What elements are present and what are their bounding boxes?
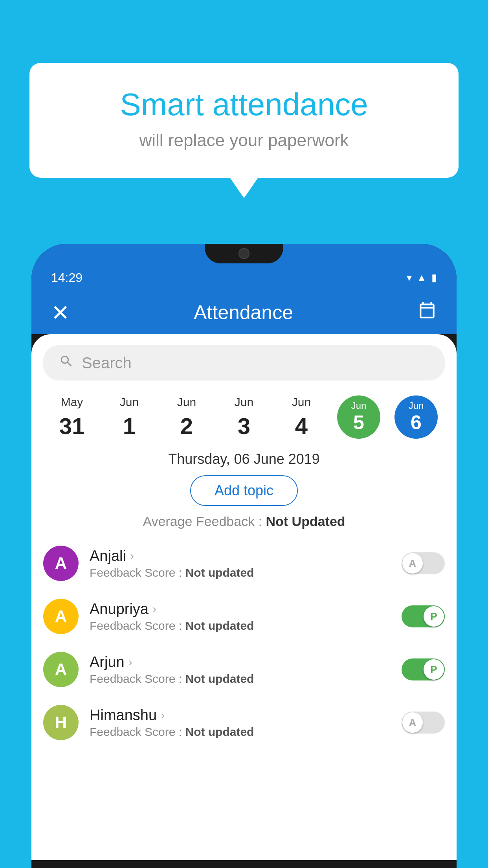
student-name: Himanshu ›	[90, 707, 391, 724]
date-num: 2	[180, 413, 193, 439]
date-item[interactable]: Jun 1	[104, 395, 155, 439]
toggle-off[interactable]: A	[402, 712, 445, 734]
date-month: Jun	[120, 395, 139, 409]
phone-content: Search May 31 Jun 1 Jun 2 Jun 3 Jun 4 Ju…	[31, 334, 457, 860]
speech-bubble-container: Smart attendance will replace your paper…	[29, 63, 459, 178]
student-name: Arjun ›	[90, 654, 391, 671]
date-num: 5	[353, 411, 364, 434]
avatar: H	[43, 705, 79, 740]
top-bar: ✕ Attendance	[31, 291, 457, 334]
feedback-value: Not updated	[185, 619, 254, 632]
avatar: A	[43, 599, 79, 634]
camera-notch	[205, 244, 283, 263]
headline: Smart attendance	[61, 86, 427, 123]
date-month: Jun	[351, 400, 367, 411]
feedback-value: Not updated	[185, 725, 254, 738]
student-row[interactable]: A Arjun › Feedback Score : Not updated P	[43, 643, 445, 696]
selected-date-label: Thursday, 06 June 2019	[31, 451, 457, 467]
date-item[interactable]: Jun 2	[161, 395, 212, 439]
chevron-icon: ›	[128, 655, 132, 669]
date-num: 3	[238, 413, 250, 439]
toggle-on[interactable]: P	[402, 658, 445, 680]
date-month: Jun	[235, 395, 253, 409]
chevron-icon: ›	[152, 602, 156, 616]
date-month: Jun	[292, 395, 311, 409]
battery-icon: ▮	[431, 272, 437, 284]
status-icons: ▾ ▲ ▮	[407, 272, 437, 284]
student-row[interactable]: A Anjali › Feedback Score : Not updated …	[43, 537, 445, 590]
top-bar-title: Attendance	[194, 301, 293, 324]
date-month: May	[61, 395, 83, 409]
student-name: Anupriya ›	[90, 601, 391, 618]
date-num: 31	[59, 413, 85, 439]
date-month: Jun	[177, 395, 196, 409]
search-bar[interactable]: Search	[43, 345, 445, 381]
avg-feedback: Average Feedback : Not Updated	[31, 514, 457, 529]
toggle-on[interactable]: P	[402, 605, 445, 627]
feedback-text: Feedback Score : Not updated	[90, 619, 391, 633]
toggle-container[interactable]: A	[402, 712, 445, 734]
chevron-icon: ›	[161, 708, 165, 722]
search-icon	[59, 354, 74, 372]
toggle-container[interactable]: A	[402, 552, 445, 574]
close-button[interactable]: ✕	[51, 300, 70, 326]
date-num: 4	[295, 413, 308, 439]
toggle-off[interactable]: A	[402, 552, 445, 574]
date-strip: May 31 Jun 1 Jun 2 Jun 3 Jun 4 Jun 5	[31, 392, 457, 447]
student-info: Arjun › Feedback Score : Not updated	[90, 654, 391, 686]
date-num: 6	[411, 411, 422, 434]
student-name: Anjali ›	[90, 548, 391, 565]
date-circle-green: Jun 5	[337, 395, 380, 439]
search-input-placeholder: Search	[82, 354, 132, 372]
date-item[interactable]: Jun 3	[218, 395, 270, 439]
subtext: will replace your paperwork	[61, 131, 427, 150]
avg-feedback-value: Not Updated	[266, 514, 345, 529]
add-topic-button[interactable]: Add topic	[190, 475, 298, 506]
camera-dot	[238, 248, 250, 259]
calendar-icon[interactable]	[417, 300, 437, 325]
feedback-value: Not updated	[185, 566, 254, 579]
toggle-container[interactable]: P	[402, 658, 445, 680]
student-info: Anjali › Feedback Score : Not updated	[90, 548, 391, 579]
date-item[interactable]: May 31	[46, 395, 97, 439]
feedback-text: Feedback Score : Not updated	[90, 672, 391, 686]
toggle-container[interactable]: P	[402, 605, 445, 627]
avatar: A	[43, 546, 79, 581]
speech-bubble: Smart attendance will replace your paper…	[29, 63, 459, 178]
student-info: Himanshu › Feedback Score : Not updated	[90, 707, 391, 739]
status-time: 14:29	[51, 270, 83, 285]
phone-shell: 14:29 ▾ ▲ ▮ ✕ Attendance Search	[31, 244, 457, 868]
feedback-value: Not updated	[185, 672, 254, 685]
date-item[interactable]: Jun 6	[391, 395, 442, 439]
wifi-icon: ▾	[407, 272, 412, 284]
avatar: A	[43, 652, 79, 687]
date-num: 1	[123, 413, 136, 439]
date-month: Jun	[409, 400, 424, 411]
student-info: Anupriya › Feedback Score : Not updated	[90, 601, 391, 633]
feedback-text: Feedback Score : Not updated	[90, 725, 391, 739]
date-item[interactable]: Jun 5	[333, 395, 384, 439]
date-circle-blue: Jun 6	[394, 395, 438, 439]
avg-feedback-label: Average Feedback :	[143, 514, 262, 529]
signal-icon: ▲	[416, 272, 427, 284]
student-row[interactable]: H Himanshu › Feedback Score : Not update…	[43, 696, 445, 749]
date-item[interactable]: Jun 4	[276, 395, 327, 439]
feedback-text: Feedback Score : Not updated	[90, 566, 391, 579]
chevron-icon: ›	[130, 549, 134, 563]
student-row[interactable]: A Anupriya › Feedback Score : Not update…	[43, 590, 445, 643]
student-list: A Anjali › Feedback Score : Not updated …	[31, 537, 457, 749]
